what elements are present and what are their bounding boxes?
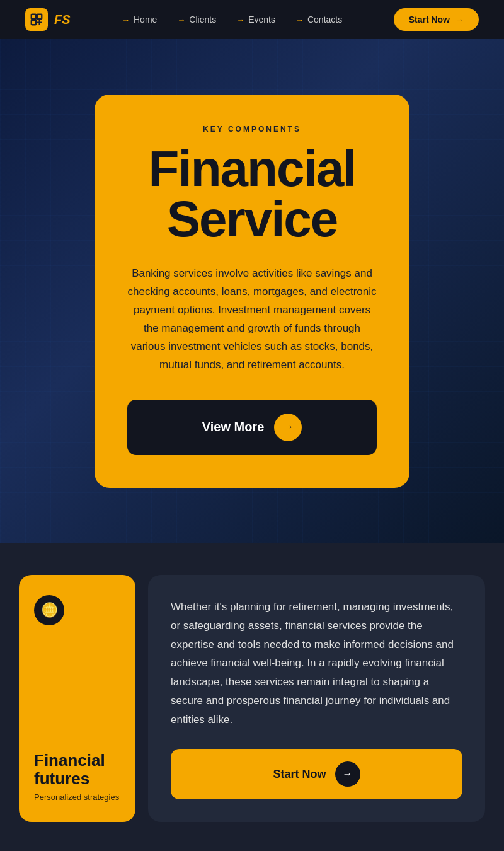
nav-link-clients[interactable]: Clients — [177, 14, 216, 25]
svg-rect-0 — [32, 14, 36, 19]
arrow-circle-icon: → — [274, 414, 302, 441]
nav-item-home[interactable]: Home — [122, 14, 157, 25]
arrow-circle-dark-icon: → — [335, 761, 360, 787]
info-body-text: Whether it's planning for retirement, ma… — [171, 598, 462, 729]
nav-cta-button[interactable]: Start Now → — [394, 8, 479, 31]
hero-section: KEY COMPONENTS Financial Service Banking… — [0, 39, 504, 543]
nav-links: Home Clients Events Contacts — [122, 14, 342, 25]
info-section: 🪙 Financial futures Personalized strateg… — [0, 543, 504, 851]
coin-icon: 🪙 — [34, 595, 64, 625]
navbar: FS Home Clients Events Contacts Start No… — [0, 0, 504, 39]
card-subtitle: Personalized strategies — [34, 792, 120, 802]
svg-rect-1 — [37, 14, 42, 19]
nav-link-home[interactable]: Home — [122, 14, 157, 25]
view-more-button[interactable]: View More → — [127, 400, 377, 455]
logo: FS — [25, 8, 71, 31]
hero-description: Banking services involve activities like… — [127, 265, 377, 374]
hero-title: Financial Service — [127, 144, 377, 245]
logo-icon — [25, 8, 48, 31]
svg-rect-2 — [32, 20, 36, 25]
nav-item-clients[interactable]: Clients — [177, 14, 216, 25]
hero-eyebrow: KEY COMPONENTS — [127, 125, 377, 134]
logo-text: FS — [54, 13, 71, 27]
nav-link-contacts[interactable]: Contacts — [295, 14, 342, 25]
nav-item-contacts[interactable]: Contacts — [295, 14, 342, 25]
nav-item-events[interactable]: Events — [236, 14, 275, 25]
nav-link-events[interactable]: Events — [236, 14, 275, 25]
card-title: Financial futures — [34, 751, 120, 787]
financial-futures-card: 🪙 Financial futures Personalized strateg… — [19, 575, 135, 822]
info-body-card: Whether it's planning for retirement, ma… — [148, 575, 485, 822]
arrow-icon: → — [455, 14, 464, 25]
start-now-button[interactable]: Start Now → — [171, 749, 462, 799]
hero-card: KEY COMPONENTS Financial Service Banking… — [94, 95, 410, 487]
